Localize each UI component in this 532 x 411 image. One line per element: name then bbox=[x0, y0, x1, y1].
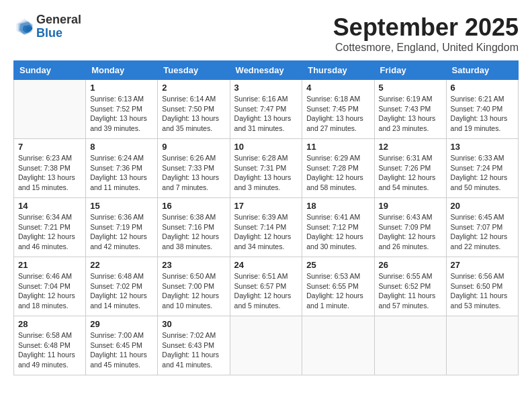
calendar-cell bbox=[374, 316, 446, 375]
weekday-header-friday: Friday bbox=[374, 61, 446, 80]
calendar-cell: 3Sunrise: 6:16 AM Sunset: 7:47 PM Daylig… bbox=[230, 80, 302, 139]
day-number: 30 bbox=[162, 319, 225, 329]
day-number: 16 bbox=[162, 201, 225, 211]
day-info: Sunrise: 6:39 AM Sunset: 7:14 PM Dayligh… bbox=[234, 212, 298, 252]
day-info: Sunrise: 6:21 AM Sunset: 7:40 PM Dayligh… bbox=[451, 94, 514, 134]
day-info: Sunrise: 6:18 AM Sunset: 7:45 PM Dayligh… bbox=[306, 94, 369, 134]
calendar-week-3: 14Sunrise: 6:34 AM Sunset: 7:21 PM Dayli… bbox=[14, 198, 519, 257]
calendar-cell: 18Sunrise: 6:41 AM Sunset: 7:12 PM Dayli… bbox=[302, 198, 374, 257]
calendar-cell: 9Sunrise: 6:26 AM Sunset: 7:33 PM Daylig… bbox=[158, 139, 230, 198]
calendar-cell: 26Sunrise: 6:55 AM Sunset: 6:52 PM Dayli… bbox=[374, 257, 446, 316]
calendar-cell: 16Sunrise: 6:38 AM Sunset: 7:16 PM Dayli… bbox=[158, 198, 230, 257]
calendar-cell bbox=[302, 316, 374, 375]
weekday-header-monday: Monday bbox=[86, 61, 158, 80]
calendar-cell: 19Sunrise: 6:43 AM Sunset: 7:09 PM Dayli… bbox=[374, 198, 446, 257]
calendar-cell: 20Sunrise: 6:45 AM Sunset: 7:07 PM Dayli… bbox=[446, 198, 518, 257]
day-number: 22 bbox=[90, 260, 153, 270]
calendar-cell: 23Sunrise: 6:50 AM Sunset: 7:00 PM Dayli… bbox=[158, 257, 230, 316]
calendar-cell: 17Sunrise: 6:39 AM Sunset: 7:14 PM Dayli… bbox=[230, 198, 302, 257]
calendar-cell: 2Sunrise: 6:14 AM Sunset: 7:50 PM Daylig… bbox=[158, 80, 230, 139]
weekday-header-tuesday: Tuesday bbox=[158, 61, 230, 80]
weekday-header-saturday: Saturday bbox=[446, 61, 518, 80]
day-info: Sunrise: 6:26 AM Sunset: 7:33 PM Dayligh… bbox=[162, 153, 225, 193]
calendar-cell bbox=[14, 80, 86, 139]
day-number: 25 bbox=[306, 260, 369, 270]
day-number: 13 bbox=[451, 142, 514, 152]
calendar-cell: 12Sunrise: 6:31 AM Sunset: 7:26 PM Dayli… bbox=[374, 139, 446, 198]
day-info: Sunrise: 6:38 AM Sunset: 7:16 PM Dayligh… bbox=[162, 212, 225, 252]
day-number: 8 bbox=[90, 142, 153, 152]
day-number: 2 bbox=[162, 83, 225, 93]
day-info: Sunrise: 6:14 AM Sunset: 7:50 PM Dayligh… bbox=[162, 94, 225, 134]
calendar-cell: 11Sunrise: 6:29 AM Sunset: 7:28 PM Dayli… bbox=[302, 139, 374, 198]
day-info: Sunrise: 6:31 AM Sunset: 7:26 PM Dayligh… bbox=[379, 153, 442, 193]
calendar-cell: 22Sunrise: 6:48 AM Sunset: 7:02 PM Dayli… bbox=[86, 257, 158, 316]
calendar-header-row: SundayMondayTuesdayWednesdayThursdayFrid… bbox=[14, 61, 519, 80]
day-info: Sunrise: 6:29 AM Sunset: 7:28 PM Dayligh… bbox=[306, 153, 369, 193]
weekday-header-sunday: Sunday bbox=[14, 61, 86, 80]
calendar-cell: 27Sunrise: 6:56 AM Sunset: 6:50 PM Dayli… bbox=[446, 257, 518, 316]
day-number: 4 bbox=[306, 83, 369, 93]
day-number: 20 bbox=[451, 201, 514, 211]
day-info: Sunrise: 6:36 AM Sunset: 7:19 PM Dayligh… bbox=[90, 212, 153, 252]
logo-icon bbox=[13, 17, 34, 37]
day-number: 9 bbox=[162, 142, 225, 152]
calendar-body: 1Sunrise: 6:13 AM Sunset: 7:52 PM Daylig… bbox=[14, 80, 519, 375]
day-info: Sunrise: 6:34 AM Sunset: 7:21 PM Dayligh… bbox=[18, 212, 81, 252]
day-info: Sunrise: 6:33 AM Sunset: 7:24 PM Dayligh… bbox=[451, 153, 514, 193]
day-info: Sunrise: 6:24 AM Sunset: 7:36 PM Dayligh… bbox=[90, 153, 153, 193]
calendar-table: SundayMondayTuesdayWednesdayThursdayFrid… bbox=[13, 60, 519, 375]
location-subtitle: Cottesmore, England, United Kingdom bbox=[333, 42, 519, 54]
day-info: Sunrise: 6:53 AM Sunset: 6:55 PM Dayligh… bbox=[306, 271, 369, 311]
calendar-cell: 30Sunrise: 7:02 AM Sunset: 6:43 PM Dayli… bbox=[158, 316, 230, 375]
title-block: September 2025 Cottesmore, England, Unit… bbox=[333, 13, 519, 54]
calendar-cell: 29Sunrise: 7:00 AM Sunset: 6:45 PM Dayli… bbox=[86, 316, 158, 375]
calendar-cell: 1Sunrise: 6:13 AM Sunset: 7:52 PM Daylig… bbox=[86, 80, 158, 139]
day-info: Sunrise: 6:19 AM Sunset: 7:43 PM Dayligh… bbox=[379, 94, 442, 134]
day-info: Sunrise: 6:48 AM Sunset: 7:02 PM Dayligh… bbox=[90, 271, 153, 311]
calendar-cell: 25Sunrise: 6:53 AM Sunset: 6:55 PM Dayli… bbox=[302, 257, 374, 316]
month-title: September 2025 bbox=[333, 13, 519, 42]
day-number: 28 bbox=[18, 319, 81, 329]
day-info: Sunrise: 6:41 AM Sunset: 7:12 PM Dayligh… bbox=[306, 212, 369, 252]
day-number: 15 bbox=[90, 201, 153, 211]
calendar-cell: 13Sunrise: 6:33 AM Sunset: 7:24 PM Dayli… bbox=[446, 139, 518, 198]
day-number: 11 bbox=[306, 142, 369, 152]
page-header: General Blue September 2025 Cottesmore, … bbox=[13, 13, 519, 54]
logo-general: General bbox=[36, 13, 81, 26]
day-number: 19 bbox=[379, 201, 442, 211]
calendar-cell: 6Sunrise: 6:21 AM Sunset: 7:40 PM Daylig… bbox=[446, 80, 518, 139]
day-info: Sunrise: 6:16 AM Sunset: 7:47 PM Dayligh… bbox=[234, 94, 298, 134]
calendar-week-1: 1Sunrise: 6:13 AM Sunset: 7:52 PM Daylig… bbox=[14, 80, 519, 139]
calendar-cell: 5Sunrise: 6:19 AM Sunset: 7:43 PM Daylig… bbox=[374, 80, 446, 139]
calendar-cell: 4Sunrise: 6:18 AM Sunset: 7:45 PM Daylig… bbox=[302, 80, 374, 139]
calendar-cell: 21Sunrise: 6:46 AM Sunset: 7:04 PM Dayli… bbox=[14, 257, 86, 316]
logo-text: General Blue bbox=[36, 13, 81, 40]
day-number: 27 bbox=[451, 260, 514, 270]
day-number: 5 bbox=[379, 83, 442, 93]
calendar-cell bbox=[446, 316, 518, 375]
day-number: 18 bbox=[306, 201, 369, 211]
day-info: Sunrise: 6:46 AM Sunset: 7:04 PM Dayligh… bbox=[18, 271, 81, 311]
day-number: 26 bbox=[379, 260, 442, 270]
weekday-header-wednesday: Wednesday bbox=[230, 61, 302, 80]
day-number: 7 bbox=[18, 142, 81, 152]
calendar-cell: 28Sunrise: 6:58 AM Sunset: 6:48 PM Dayli… bbox=[14, 316, 86, 375]
calendar-cell: 14Sunrise: 6:34 AM Sunset: 7:21 PM Dayli… bbox=[14, 198, 86, 257]
calendar-cell: 8Sunrise: 6:24 AM Sunset: 7:36 PM Daylig… bbox=[86, 139, 158, 198]
calendar-cell: 15Sunrise: 6:36 AM Sunset: 7:19 PM Dayli… bbox=[86, 198, 158, 257]
day-info: Sunrise: 6:43 AM Sunset: 7:09 PM Dayligh… bbox=[379, 212, 442, 252]
day-number: 23 bbox=[162, 260, 225, 270]
day-info: Sunrise: 6:13 AM Sunset: 7:52 PM Dayligh… bbox=[90, 94, 153, 134]
day-number: 1 bbox=[90, 83, 153, 93]
calendar-cell: 10Sunrise: 6:28 AM Sunset: 7:31 PM Dayli… bbox=[230, 139, 302, 198]
calendar-week-5: 28Sunrise: 6:58 AM Sunset: 6:48 PM Dayli… bbox=[14, 316, 519, 375]
day-info: Sunrise: 6:51 AM Sunset: 6:57 PM Dayligh… bbox=[234, 271, 298, 311]
day-number: 12 bbox=[379, 142, 442, 152]
day-number: 10 bbox=[234, 142, 298, 152]
day-info: Sunrise: 7:02 AM Sunset: 6:43 PM Dayligh… bbox=[162, 330, 225, 370]
day-number: 14 bbox=[18, 201, 81, 211]
calendar-cell: 7Sunrise: 6:23 AM Sunset: 7:38 PM Daylig… bbox=[14, 139, 86, 198]
logo-blue: Blue bbox=[36, 26, 62, 40]
logo: General Blue bbox=[13, 13, 81, 40]
